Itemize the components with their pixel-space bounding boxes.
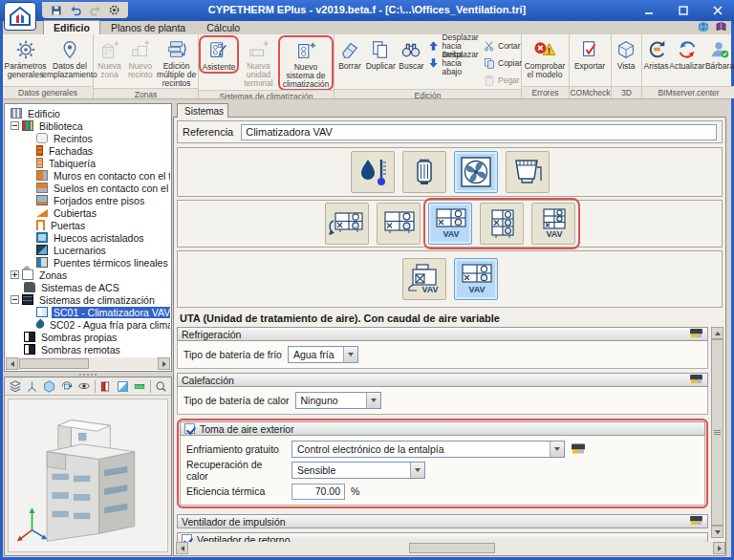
scrollbar-thumb[interactable] [711,339,723,526]
orbit-view-icon[interactable] [77,378,92,394]
ahu-vav-button[interactable]: VAV [428,203,472,245]
ribbon-copiar-button[interactable]: Copiar [484,55,518,72]
tree-item-sistemas-climatizacion[interactable]: Sistemas de climatización [6,293,170,306]
save-icon[interactable] [50,4,63,17]
tree-item-sombras-remotas[interactable]: Sombras remotas [6,343,170,355]
tab-planos-de-planta[interactable]: Planos de planta [100,20,196,34]
tab-sistemas[interactable]: Sistemas [177,103,228,118]
ahu-basic-button[interactable] [377,203,421,245]
tree-item-zonas[interactable]: Zonas [6,269,170,281]
air-system-fan-button[interactable] [454,151,498,193]
tree-item-edificio[interactable]: Edificio [6,107,170,119]
section-door-icon[interactable] [98,378,113,394]
scroll-down-icon[interactable] [711,526,723,538]
info-icon[interactable] [689,374,703,386]
ribbon-nuevo-sistema-button[interactable]: Nuevo sistema de climatización [281,37,331,89]
ribbon-edicion-multiple-button[interactable]: Edición múltiple de recintos [156,36,197,88]
model-3d-viewport[interactable] [8,398,168,552]
ribbon-desplazar-abajo-button[interactable]: Desplazar hacia abajo [428,55,479,72]
tree-item-sc01[interactable]: SC01 - Climatizadora VAV [6,306,170,318]
enfriamiento-select[interactable]: Control electrónico de la entalpía [291,441,565,458]
ribbon-nueva-zona-button[interactable]: Nueva zona [95,36,124,79]
scroll-left-icon[interactable] [6,357,18,370]
maximize-button[interactable] [673,3,694,17]
tree-item-cubiertas[interactable]: Cubiertas [6,206,170,219]
rotate-model-icon[interactable] [59,378,74,394]
tree-item-lucernarios[interactable]: Lucernarios [6,244,170,256]
ribbon-aristas-button[interactable]: Aristas [643,36,669,71]
expand-icon[interactable] [11,270,19,279]
scrollbar-thumb[interactable] [19,358,89,369]
info-icon[interactable] [689,328,703,340]
ahu-return-button[interactable] [325,203,369,245]
ribbon-asistente-button[interactable]: Asistente [202,37,236,72]
toma-aire-checkbox[interactable] [184,423,195,434]
ribbon-barbara-user-button[interactable]: Bárbara [705,36,734,71]
tab-edificio[interactable]: Edificio [43,20,100,34]
layers-icon[interactable] [8,378,22,394]
tree-item-biblioteca[interactable]: Biblioteca [6,119,170,132]
solid-view-icon[interactable] [42,378,56,394]
sections-vertical-scrollbar[interactable] [711,327,723,538]
ahu-vav-double-button[interactable]: VAV [531,203,575,245]
radiator-button[interactable] [402,151,446,193]
ribbon-parametros-generales-button[interactable]: Parámetros generales [4,36,47,79]
recuperacion-select[interactable]: Sensible [291,462,425,479]
info-icon[interactable] [689,515,703,528]
tree-item-forjados[interactable]: Forjados entre pisos [6,194,170,206]
ribbon-vista-button[interactable]: Vista [613,36,639,71]
referencia-input[interactable]: Climatizadora VAV [241,124,717,140]
redo-icon[interactable] [88,4,101,17]
ribbon-cortar-button[interactable]: Cortar [484,38,518,54]
ribbon-exportar-button[interactable]: Exportar [571,36,609,71]
bateria-frio-select[interactable]: Agua fría [288,346,358,363]
tree-item-suelos-terreno[interactable]: Suelos en contacto con el terreno [6,182,170,194]
ahu-double-deck-button[interactable] [480,203,524,245]
close-button[interactable] [707,3,728,17]
ribbon-buscar-button[interactable]: Buscar [398,36,426,71]
collapse-icon[interactable] [11,121,19,130]
ribbon-actualizar-button[interactable]: Actualizar [670,36,704,71]
eficiencia-input[interactable]: 70.00 [291,484,345,500]
ribbon-nueva-unidad-terminal-button[interactable]: Nueva unidad terminal [239,36,278,88]
vav-terminal-box-button[interactable]: VAV [402,258,446,300]
ribbon-duplicar-button[interactable]: Duplicar [365,36,397,71]
tree-item-tabiqueria[interactable]: Tabiquería [6,157,170,169]
tree-item-sistemas-acs[interactable]: Sistemas de ACS [6,281,170,293]
info-icon[interactable] [571,442,586,457]
water-thermometer-button[interactable] [351,151,395,193]
tree-horizontal-scrollbar[interactable] [6,357,170,370]
tree-item-huecos[interactable]: Huecos acristalados [6,231,170,244]
tree-item-sombras-propias[interactable]: Sombras propias [6,331,170,343]
minimize-button[interactable] [638,3,659,17]
axes-icon[interactable] [25,378,39,394]
app-logo-icon[interactable] [4,2,36,31]
help-book-icon[interactable] [715,21,727,34]
ribbon-nuevo-recinto-button[interactable]: Nuevo recinto [125,36,155,79]
cooling-tower-button[interactable] [506,151,550,193]
ribbon-comprobar-modelo-button[interactable]: Comprobar el modelo [523,36,567,79]
tab-calculo[interactable]: Cálculo [196,20,250,34]
zoom-icon[interactable] [154,378,168,394]
ribbon-borrar-button[interactable]: Borrar [335,36,364,71]
ribbon-datos-emplazamiento-button[interactable]: Datos del emplazamiento [48,36,92,79]
bateria-calor-select[interactable]: Ninguno [295,392,381,409]
scroll-right-icon[interactable] [713,542,725,554]
tree-item-puertas[interactable]: Puertas [6,219,170,231]
tree-item-sc02[interactable]: SC02 - Agua fría para climatizadora [6,318,170,331]
scrollbar-thumb[interactable] [409,543,495,553]
print-config-icon[interactable] [107,4,120,17]
section-plane-icon[interactable] [116,378,130,394]
tree-item-fachadas[interactable]: Fachadas [6,144,170,157]
globe-icon[interactable] [698,21,709,34]
scroll-right-icon[interactable] [158,357,170,370]
collapse-icon[interactable] [11,295,19,304]
scroll-up-icon[interactable] [711,327,723,339]
vav-ahu-button[interactable]: VAV [454,258,498,300]
main-horizontal-scrollbar[interactable] [176,542,725,554]
scroll-left-icon[interactable] [176,542,188,554]
ribbon-pegar-button[interactable]: Pegar [484,73,518,89]
tree-item-muros-terreno[interactable]: Muros en contacto con el terreno [6,169,170,182]
undo-icon[interactable] [69,4,82,17]
tree-item-recintos[interactable]: Recintos [6,132,170,144]
